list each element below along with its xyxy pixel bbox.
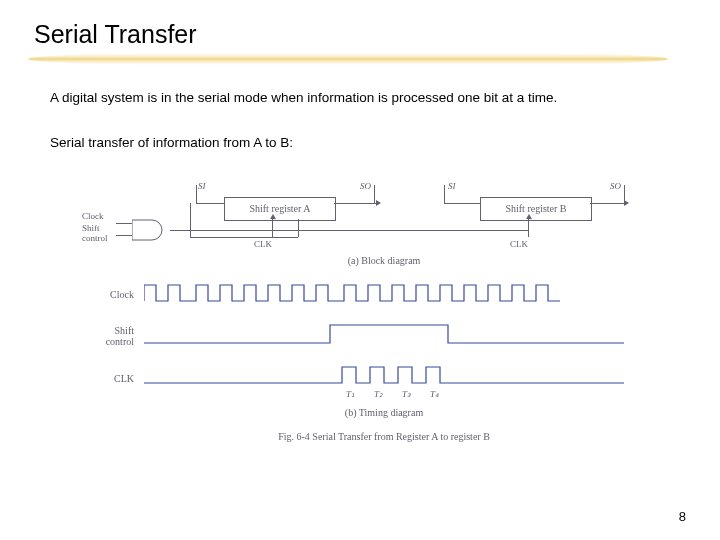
and-gate-icon bbox=[132, 219, 170, 241]
shift-register-a: Shift register A bbox=[224, 197, 336, 221]
clk-gated-waveform bbox=[144, 365, 624, 387]
label-so-a: SO bbox=[360, 181, 371, 191]
figure-area: SI Shift register A SO SI Shift register… bbox=[74, 167, 694, 477]
label-shift-control: Shift control bbox=[82, 223, 108, 243]
title-underline bbox=[28, 53, 668, 65]
clock-waveform bbox=[144, 283, 624, 303]
t1-label: T₁ bbox=[346, 389, 355, 399]
paragraph-1: A digital system is in the serial mode w… bbox=[50, 89, 686, 108]
timing-label-shift: Shift control bbox=[74, 325, 134, 347]
shift-register-b: Shift register B bbox=[480, 197, 592, 221]
label-so-b: SO bbox=[610, 181, 621, 191]
t2-label: T₂ bbox=[374, 389, 383, 399]
page-title: Serial Transfer bbox=[34, 20, 686, 49]
label-clock: Clock bbox=[82, 211, 104, 221]
caption-block-diagram: (a) Block diagram bbox=[74, 255, 694, 266]
shift-control-waveform bbox=[144, 321, 624, 347]
label-si-b: SI bbox=[448, 181, 456, 191]
page-number: 8 bbox=[679, 509, 686, 524]
slide: Serial Transfer A digital system is in t… bbox=[0, 0, 720, 540]
timing-label-clk: CLK bbox=[74, 373, 134, 384]
t4-label: T₄ bbox=[430, 389, 439, 399]
t3-label: T₃ bbox=[402, 389, 411, 399]
figure-caption: Fig. 6-4 Serial Transfer from Register A… bbox=[74, 431, 694, 442]
label-clk-a: CLK bbox=[254, 239, 272, 249]
label-clk-b: CLK bbox=[510, 239, 528, 249]
label-si-a: SI bbox=[198, 181, 206, 191]
paragraph-2: Serial transfer of information from A to… bbox=[50, 134, 686, 153]
caption-timing-diagram: (b) Timing diagram bbox=[74, 407, 694, 418]
timing-label-clock: Clock bbox=[74, 289, 134, 300]
